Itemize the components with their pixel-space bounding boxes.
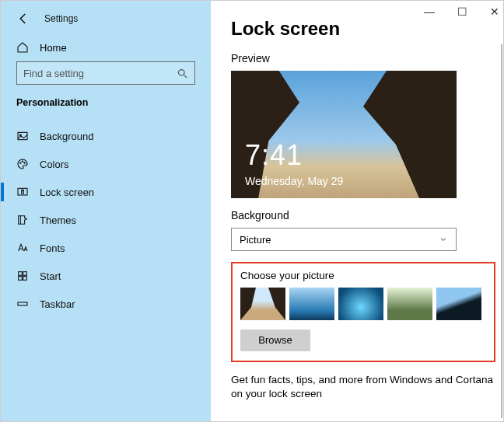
- picture-thumb-2[interactable]: [289, 288, 334, 320]
- picture-thumb-4[interactable]: [387, 288, 432, 320]
- search-icon: [177, 68, 188, 79]
- sidebar-item-themes[interactable]: Themes: [16, 206, 195, 234]
- sidebar-item-home[interactable]: Home: [16, 41, 195, 54]
- page-title: Lock screen: [231, 18, 483, 40]
- svg-point-4: [22, 161, 23, 162]
- svg-rect-12: [18, 302, 27, 305]
- svg-rect-9: [23, 272, 27, 276]
- window-title: Settings: [44, 13, 78, 24]
- footer-text: Get fun facts, tips, and more from Windo…: [231, 373, 495, 401]
- sidebar-item-background[interactable]: Background: [16, 122, 195, 150]
- choose-picture-section: Choose your picture Browse: [231, 262, 495, 362]
- picture-thumbnails: [240, 288, 486, 320]
- background-label: Background: [231, 209, 483, 221]
- sidebar-item-lock-screen[interactable]: Lock screen: [16, 178, 195, 206]
- sidebar-item-start[interactable]: Start: [16, 262, 195, 290]
- svg-point-3: [20, 162, 21, 163]
- scrollbar[interactable]: [501, 44, 502, 418]
- start-icon: [16, 270, 29, 282]
- sidebar-item-colors[interactable]: Colors: [16, 150, 195, 178]
- sidebar-section-label: Personalization: [16, 97, 195, 108]
- preview-date: Wednesday, May 29: [245, 175, 343, 187]
- choose-picture-label: Choose your picture: [240, 270, 486, 281]
- search-field[interactable]: [23, 68, 177, 79]
- svg-point-0: [179, 69, 185, 75]
- maximize-button[interactable]: ☐: [455, 5, 469, 18]
- lock-screen-icon: [16, 186, 29, 198]
- picture-thumb-3[interactable]: [338, 288, 383, 320]
- svg-rect-10: [19, 277, 23, 281]
- home-label: Home: [40, 42, 67, 54]
- fonts-icon: [16, 242, 29, 254]
- preview-time: 7:41: [245, 139, 303, 172]
- sidebar: Settings Home Personalization Background…: [1, 1, 211, 421]
- picture-thumb-5[interactable]: [436, 288, 481, 320]
- lock-screen-preview: 7:41 Wednesday, May 29: [231, 71, 457, 198]
- preview-label: Preview: [231, 52, 483, 65]
- picture-icon: [16, 130, 29, 142]
- themes-icon: [16, 214, 29, 226]
- background-select[interactable]: Picture: [231, 228, 457, 251]
- chevron-down-icon: [439, 235, 448, 244]
- svg-rect-8: [19, 272, 23, 276]
- close-button[interactable]: ✕: [488, 5, 502, 18]
- taskbar-icon: [16, 298, 29, 310]
- home-icon: [16, 41, 29, 54]
- search-input[interactable]: [16, 61, 195, 85]
- browse-button[interactable]: Browse: [240, 330, 310, 351]
- svg-rect-7: [22, 191, 24, 194]
- svg-point-5: [24, 162, 25, 163]
- minimize-button[interactable]: —: [422, 5, 436, 18]
- background-value: Picture: [240, 234, 271, 246]
- back-icon[interactable]: [16, 12, 30, 26]
- svg-rect-11: [23, 277, 27, 281]
- palette-icon: [16, 158, 29, 170]
- picture-thumb-1[interactable]: [240, 288, 285, 320]
- sidebar-item-taskbar[interactable]: Taskbar: [16, 290, 195, 318]
- main-panel: — ☐ ✕ Lock screen Preview 7:41 Wednesday…: [211, 1, 503, 421]
- sidebar-item-fonts[interactable]: Fonts: [16, 234, 195, 262]
